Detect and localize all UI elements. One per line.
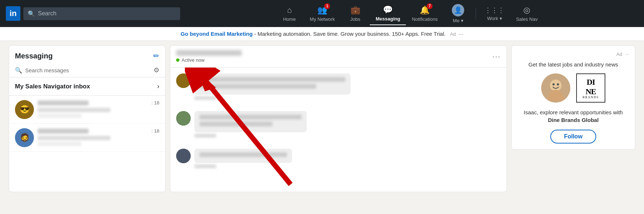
sidebar-search-icon: 🔍 (15, 67, 22, 74)
dine-logo-ne: NE (586, 87, 596, 96)
messaging-icon: 💬 (383, 5, 393, 15)
conversation-panel: Active now ··· (170, 45, 507, 192)
nav-work[interactable]: ⋮⋮⋮ Work ▾ (479, 3, 510, 24)
notifications-badge: 7 (427, 3, 432, 9)
msg-avatar (176, 111, 191, 126)
sidebar-header: Messaging ✏ (9, 46, 165, 63)
msg-content (194, 111, 307, 138)
work-icon: ⋮⋮⋮ (485, 6, 504, 14)
msg-text-blurred (194, 149, 292, 163)
search-input[interactable] (38, 10, 176, 17)
ad-banner: Go beyond Email Marketing - Marketing au… (0, 27, 644, 41)
blur-line (199, 122, 272, 126)
msg-content (194, 149, 292, 168)
conv-content: : 18 (38, 128, 159, 146)
message-area (170, 68, 507, 192)
ad-card-description: Isaac, explore relevant opportunities wi… (517, 108, 629, 124)
conversation-header: Active now ··· (170, 46, 507, 68)
msg-meta-blurred (194, 96, 216, 100)
ad-banner-text: - Marketing automation. Save time. Grow … (253, 31, 446, 37)
dine-brands-logo: DI NE BRANDS (576, 73, 605, 103)
sidebar-search-input[interactable] (25, 67, 151, 73)
blur-line (199, 152, 287, 157)
nav-home-label: Home (283, 16, 296, 22)
ad-card-label: Ad (616, 51, 622, 57)
jobs-icon: 💼 (350, 5, 360, 15)
msg-text-blurred (194, 73, 350, 95)
ad-card-company-bold: Dine Brands Global (548, 117, 598, 123)
nav-me[interactable]: 👤 Me ▾ (443, 1, 473, 26)
filter-icon[interactable]: ⚙ (154, 66, 159, 74)
nav-messaging-label: Messaging (376, 16, 400, 22)
message-item (176, 111, 501, 138)
follow-button[interactable]: Follow (550, 130, 597, 144)
sales-nav-icon: ◎ (523, 5, 530, 15)
my-network-icon: 👥 1 (317, 5, 327, 15)
conv-name-blurred (38, 129, 89, 134)
conv-preview-blurred2 (38, 114, 81, 118)
conv-preview-blurred (38, 136, 110, 140)
nav-notifications[interactable]: 🔔 7 Notifications (406, 3, 443, 25)
conversation-options-icon[interactable]: ··· (492, 52, 501, 61)
sales-nav-inbox[interactable]: My Sales Navigator inbox › (9, 77, 165, 96)
ad-card-logos: DI NE BRANDS (517, 73, 629, 103)
nav-home[interactable]: ⌂ Home (275, 3, 304, 25)
active-dot (176, 58, 179, 62)
search-bar[interactable]: 🔍 (23, 7, 180, 20)
nav-my-network[interactable]: 👥 1 My Network (304, 3, 341, 25)
msg-text-blurred (194, 111, 307, 132)
linkedin-logo[interactable]: in (6, 6, 20, 21)
chevron-right-icon: › (157, 83, 159, 90)
conversation-item[interactable]: 🧔 : 18 (9, 124, 165, 152)
notifications-icon: 🔔 7 (420, 5, 430, 15)
my-network-badge: 1 (324, 3, 330, 9)
dine-logo-brands: BRANDS (583, 96, 599, 99)
msg-meta-blurred (194, 164, 216, 168)
nav-items: ⌂ Home 👥 1 My Network 💼 Jobs 💬 Messaging… (180, 1, 638, 26)
dine-logo-di: DI (587, 77, 595, 87)
sidebar-title: Messaging (15, 52, 53, 60)
blur-line (199, 77, 345, 82)
svg-point-7 (557, 83, 559, 85)
message-item (176, 73, 501, 100)
msg-avatar (176, 73, 191, 88)
ad-banner-link[interactable]: Go beyond Email Marketing (181, 31, 253, 37)
nav-jobs[interactable]: 💼 Jobs (341, 3, 370, 25)
nav-notifications-label: Notifications (412, 16, 438, 22)
conv-content: : 18 (38, 100, 159, 118)
nav-messaging[interactable]: 💬 Messaging (370, 2, 406, 25)
nav-jobs-label: Jobs (350, 16, 360, 22)
conv-avatar: 🧔 (15, 128, 34, 147)
nav-sales-nav[interactable]: ◎ Sales Nav (510, 3, 543, 25)
blur-line (199, 84, 316, 89)
right-panel: Ad ··· Get the latest jobs and industry … (511, 45, 635, 192)
ad-card: Ad ··· Get the latest jobs and industry … (511, 45, 635, 150)
home-icon: ⌂ (287, 5, 292, 15)
active-status-text: Active now (182, 57, 205, 63)
conversation-item[interactable]: 😎 : 18 (9, 96, 165, 124)
msg-content (194, 73, 350, 100)
navbar: in 🔍 ⌂ Home 👥 1 My Network 💼 Jobs 💬 Mess… (0, 0, 644, 27)
ad-dots[interactable]: ··· (459, 31, 463, 37)
conv-preview-blurred2 (38, 142, 81, 146)
nav-me-label: Me ▾ (453, 18, 463, 23)
conv-avatar: 😎 (15, 100, 34, 119)
active-status: Active now (176, 57, 242, 63)
conv-header-name-blurred (176, 50, 242, 56)
ad-card-dots[interactable]: ··· (625, 51, 629, 57)
ad-label: Ad (450, 31, 456, 37)
nav-sales-nav-label: Sales Nav (516, 16, 538, 22)
ad-card-header: Ad ··· (517, 51, 629, 57)
search-icon: 🔍 (28, 10, 35, 17)
svg-point-4 (550, 80, 562, 91)
msg-meta-blurred (194, 134, 216, 138)
avatar: 👤 (452, 4, 464, 16)
conv-name-blurred (38, 100, 89, 106)
conv-name-row: : 18 (38, 128, 159, 134)
ad-card-desc-text: Isaac, explore relevant opportunities wi… (524, 109, 623, 115)
blur-line (199, 115, 302, 119)
compose-icon[interactable]: ✏ (153, 51, 159, 60)
svg-point-6 (552, 83, 555, 85)
conv-time: : 18 (151, 128, 159, 134)
ad-card-title: Get the latest jobs and industry news (517, 61, 629, 68)
